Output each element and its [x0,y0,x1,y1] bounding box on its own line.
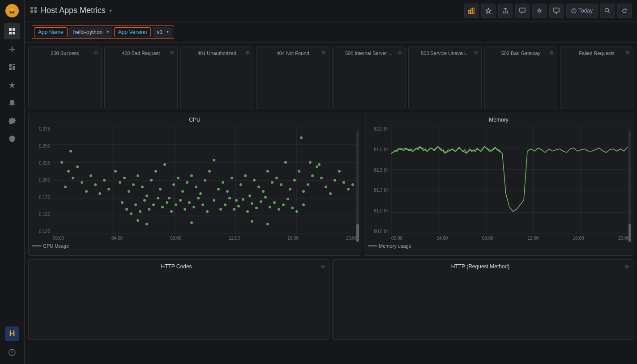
svg-point-138 [264,196,267,199]
card-failed: Failed Requests ⚙ [560,47,633,109]
svg-point-119 [175,203,177,206]
svg-rect-21 [554,8,559,12]
search-button[interactable] [600,4,615,18]
topbar-grid-icon[interactable] [30,6,37,15]
card-502: 502 Bad Gateway ⚙ [484,47,558,109]
app-version-select[interactable]: v1 [153,27,172,38]
svg-point-68 [195,186,197,188]
sidebar-item-dashboard[interactable] [4,59,20,75]
svg-point-145 [295,210,298,213]
svg-point-40 [72,177,74,179]
card-400-gear[interactable]: ⚙ [170,50,175,56]
chart-button[interactable] [464,4,479,18]
svg-point-111 [139,210,141,213]
svg-point-61 [163,163,166,166]
svg-point-81 [253,179,256,182]
svg-point-65 [181,190,184,193]
star-button[interactable] [481,4,496,18]
svg-point-49 [69,150,72,152]
refresh-button[interactable] [617,4,632,18]
svg-point-87 [280,183,282,186]
sidebar-item-starred[interactable] [4,77,20,93]
svg-point-124 [197,197,200,199]
sidebar-item-security[interactable] [4,131,20,147]
charts-row: CPU 0.275 0.250 0.225 0.200 0.175 0.150 … [28,113,633,256]
svg-point-144 [291,207,294,209]
svg-point-59 [154,170,157,173]
http-method-gear[interactable]: ⚙ [624,263,629,270]
filter-group: App Name hello-python App Version v1 [32,25,174,39]
svg-point-84 [266,170,269,173]
sidebar-item-add[interactable] [4,41,20,57]
svg-point-64 [177,177,180,179]
svg-point-120 [179,199,182,202]
card-401-gear[interactable]: ⚙ [245,50,250,56]
card-500-gear[interactable]: ⚙ [398,50,402,56]
svg-point-41 [76,165,79,168]
svg-point-98 [318,163,321,166]
svg-point-60 [159,188,162,190]
svg-point-67 [190,174,193,177]
svg-point-94 [307,183,309,186]
app-name-label: App Name [34,27,68,37]
memory-x-axis: 00:00 04:00 08:00 12:00 16:00 20:00 [391,236,629,241]
svg-point-39 [64,186,67,188]
svg-point-113 [148,208,150,211]
svg-rect-18 [473,8,474,13]
sidebar-item-help[interactable]: ? [4,344,20,360]
sidebar-bottom: H ? [4,326,20,360]
cpu-scrollbar-thumb[interactable] [356,224,359,242]
svg-point-114 [152,203,155,206]
svg-point-50 [114,170,117,173]
avatar[interactable]: H [5,326,19,341]
sidebar-item-alerts[interactable] [4,95,20,111]
svg-point-63 [172,183,175,186]
cpu-legend: CPU Usage [32,243,357,249]
http-codes-gear[interactable]: ⚙ [321,263,325,270]
card-502-gear[interactable]: ⚙ [549,50,554,56]
app-logo[interactable] [5,4,19,18]
svg-rect-13 [34,7,37,9]
svg-point-104 [342,181,345,184]
svg-point-147 [137,219,139,222]
svg-rect-8 [13,66,15,70]
svg-point-133 [242,198,244,201]
monitor-button[interactable] [549,4,564,18]
card-404-gear[interactable]: ⚙ [321,50,326,56]
cpu-legend-line [32,245,41,246]
card-503: 503 Service Unavail... ⚙ [408,47,482,109]
svg-point-121 [184,208,186,211]
svg-point-110 [134,203,137,206]
today-button[interactable]: Today [566,4,598,18]
cpu-scrollbar[interactable] [356,131,359,242]
svg-rect-15 [34,10,37,13]
svg-point-57 [145,195,148,197]
svg-point-150 [251,220,253,223]
memory-scrollbar[interactable] [628,131,631,242]
title-chevron[interactable]: ▾ [109,8,112,14]
card-200-gear[interactable]: ⚙ [94,50,98,56]
svg-point-95 [309,161,312,164]
svg-point-86 [275,177,278,179]
comment-button[interactable] [515,4,530,18]
http-codes-title: HTTP Codes [161,263,192,270]
http-method-title-wrap: HTTP (Request Method) [336,263,624,270]
settings-button[interactable] [532,4,547,18]
card-failed-gear[interactable]: ⚙ [625,50,630,56]
share-button[interactable] [498,4,513,18]
sidebar-item-grid[interactable] [4,23,20,39]
svg-rect-12 [30,7,33,9]
memory-scrollbar-thumb[interactable] [628,224,631,242]
svg-text:?: ? [11,350,13,355]
svg-rect-5 [13,32,15,34]
card-503-gear[interactable]: ⚙ [474,50,479,56]
svg-point-136 [255,207,258,209]
svg-point-142 [282,203,285,206]
svg-point-129 [224,203,227,206]
svg-point-85 [271,181,274,184]
svg-point-77 [235,199,238,202]
sidebar-item-settings[interactable] [4,113,20,129]
svg-point-54 [132,183,135,186]
app-name-select[interactable]: hello-python [69,27,112,38]
memory-chart-title: Memory [368,117,629,123]
